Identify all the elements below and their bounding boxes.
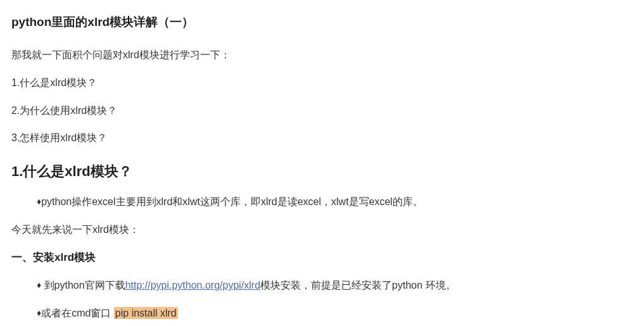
question-1: 1.什么是xlrd模块？ [11, 75, 633, 91]
section-2-heading: 一、安装xlrd模块 [11, 249, 633, 266]
question-3: 3.怎样使用xlrd模块？ [11, 130, 633, 146]
install-line-1-post: 模块安装，前提是已经安装了python 环境。 [260, 280, 455, 291]
question-2: 2.为什么使用xlrd模块？ [11, 103, 633, 119]
install-line-1: ♦ 到python官网下载http://pypi.python.org/pypi… [11, 277, 633, 294]
install-line-2: ♦或者在cmd窗口 pip install xlrd [11, 305, 633, 322]
pip-install-command: pip install xlrd [114, 307, 178, 319]
section-1-bullet-text: python操作excel主要用到xlrd和xlwt这两个库，即xlrd是读ex… [41, 196, 423, 207]
section-1-bullet: ♦python操作excel主要用到xlrd和xlwt这两个库，即xlrd是读e… [11, 194, 633, 210]
section-1-heading: 1.什么是xlrd模块？ [11, 160, 633, 182]
intro-paragraph: 那我就一下面积个问题对xlrd模块进行学习一下： [11, 47, 633, 63]
watermark: CSDN @行走的算法 [544, 324, 634, 326]
page-title: python里面的xlrd模块详解（一） [11, 13, 633, 32]
install-line-1-pre: 到python官网下载 [41, 280, 125, 291]
install-line-2-pre: 或者在cmd窗口 [41, 308, 114, 318]
section-1-after: 今天就先来说一下xlrd模块： [11, 222, 633, 238]
pypi-link[interactable]: http://pypi.python.org/pypi/xlrd [125, 280, 260, 291]
